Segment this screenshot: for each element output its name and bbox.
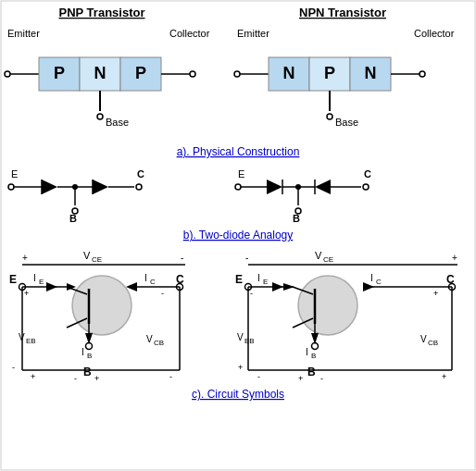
npn-n1-label: N (283, 64, 295, 82)
npn-left-plus: + (238, 363, 243, 372)
pnp-emitter-circle (5, 71, 10, 77)
npn-ic-label: I (370, 273, 373, 283)
npn-base-circle (327, 114, 332, 119)
pnp-right-minus: - (169, 372, 172, 381)
pnp-emitter-label: Emitter (7, 28, 40, 39)
pnp-vce-minus: - (181, 253, 183, 263)
npn-diode-e-label: E (238, 168, 244, 180)
main-svg: PNP Transistor NPN Transistor Emitter Co… (0, 0, 476, 471)
pnp-collector-label: Collector (169, 28, 210, 39)
pnp-ie-sub: E (39, 278, 44, 286)
pnp-p1-label: P (54, 64, 65, 82)
pnp-ib-label: I (81, 347, 84, 357)
npn-ic-sub: C (376, 278, 382, 286)
npn-veb-sub: EB (244, 337, 255, 345)
npn-base-label: Base (335, 117, 358, 128)
pnp-c-minus: - (161, 289, 164, 298)
npn-left-minus: - (257, 372, 260, 381)
pnp-diode-e-circle (8, 184, 14, 190)
npn-ie-sub: E (263, 278, 268, 286)
pnp-title: PNP Transistor (59, 6, 145, 19)
npn-emitter-arrow (283, 283, 294, 291)
npn-ib-label: I (306, 347, 308, 357)
npn-emitter-circle (234, 71, 240, 77)
npn-vcb-label: V (420, 334, 427, 344)
pnp-vcb-sub: CB (154, 339, 164, 347)
npn-b-minus: - (320, 374, 323, 383)
pnp-base-label: Base (106, 117, 129, 128)
npn-emitter-label: Emitter (237, 28, 269, 39)
pnp-ie-arrow (46, 282, 57, 291)
pnp-n-label: N (94, 64, 106, 82)
pnp-diode-b-label: B (69, 213, 77, 224)
pnp-ic-label: I (144, 273, 147, 283)
npn-collector-circle (420, 71, 425, 77)
npn-n2-label: N (365, 64, 377, 82)
pnp-b-minus: - (74, 374, 77, 383)
npn-diode-c-circle (363, 184, 369, 190)
pnp-vce-sub: CE (92, 255, 102, 264)
npn-right-plus: + (442, 372, 446, 381)
pnp-veb-sub: EB (26, 337, 36, 345)
npn-cir-e-label: E (235, 273, 243, 286)
pnp-cir-b-label: B (83, 366, 92, 378)
pnp-p2-label: P (135, 64, 146, 82)
pnp-diode-e-label: E (11, 168, 18, 180)
npn-ib-arrow (311, 333, 319, 344)
pnp-d1-triangle (42, 180, 57, 194)
npn-title: NPN Transistor (299, 6, 386, 19)
pnp-transistor-circle (72, 276, 132, 335)
npn-vce-minus: - (245, 253, 248, 263)
npn-diode-e-circle (235, 184, 241, 190)
npn-p-label: P (324, 64, 335, 82)
pnp-vcb-label: V (146, 334, 153, 344)
page-container: PNP Transistor NPN Transistor Emitter Co… (0, 0, 476, 471)
caption-twodiode: b). Two-diode Analogy (183, 229, 294, 242)
pnp-vce-label: V (83, 250, 91, 261)
pnp-ie-label: I (33, 273, 36, 283)
npn-d1-triangle (267, 180, 282, 194)
pnp-ib-arrow (85, 333, 93, 344)
pnp-ic-sub: C (150, 278, 156, 286)
npn-b-plus: + (298, 374, 303, 383)
pnp-left-minus: - (12, 363, 15, 372)
npn-vce-sub: CE (323, 255, 333, 264)
npn-diode-c-label: C (364, 168, 371, 180)
caption-circuit: c). Circuit Symbols (192, 388, 284, 401)
pnp-collector-circle (190, 71, 195, 77)
npn-ie-label: I (257, 273, 260, 283)
npn-ic-arrow (363, 282, 374, 291)
npn-vcb-sub: CB (428, 339, 438, 347)
npn-collector-label: Collector (414, 28, 455, 39)
npn-vce-plus: + (452, 253, 457, 263)
npn-c-plus: + (433, 289, 438, 298)
npn-transistor-circle (298, 276, 357, 335)
npn-veb-label: V (237, 332, 244, 342)
npn-d2-triangle (315, 180, 331, 194)
npn-ie-arrow (272, 282, 283, 291)
pnp-diode-c-label: C (137, 168, 144, 180)
pnp-base-circle (97, 114, 103, 119)
pnp-vce-plus: + (22, 253, 28, 263)
npn-e-minus: - (250, 289, 253, 298)
pnp-left-plus: + (31, 372, 35, 381)
pnp-cir-e-label: E (9, 273, 17, 286)
pnp-d2-triangle (93, 180, 108, 194)
pnp-diode-c-circle (136, 184, 142, 190)
pnp-e-plus: + (24, 289, 29, 298)
npn-diode-b-label: B (293, 213, 300, 224)
caption-physical: a). Physical Construction (177, 145, 300, 158)
npn-vce-label: V (315, 250, 322, 261)
npn-cir-b-label: B (307, 366, 316, 378)
pnp-ib-sub: B (87, 352, 92, 360)
pnp-b-plus: + (94, 374, 99, 383)
npn-ib-sub: B (311, 352, 316, 360)
